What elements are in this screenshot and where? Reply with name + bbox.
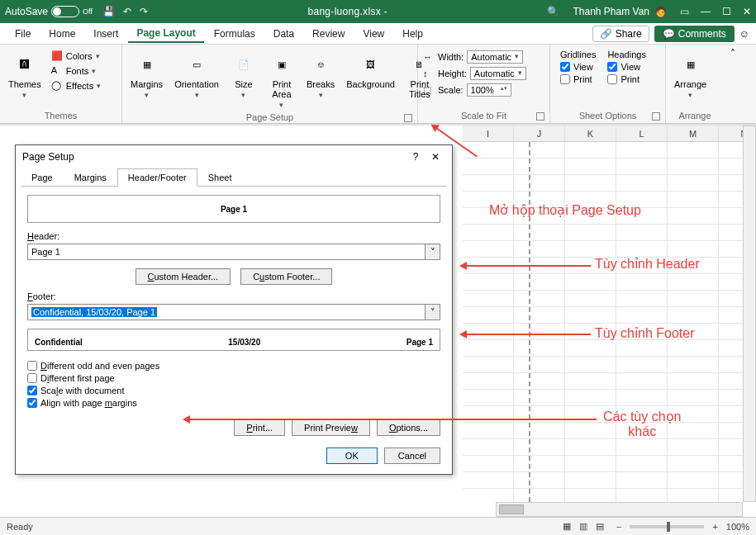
dialog-help-icon[interactable]: ? [406,151,426,163]
themes-icon: 🅰 [12,51,38,78]
tab-home[interactable]: Home [40,26,83,42]
cell-grid[interactable] [463,142,743,502]
fonts-icon: A [51,65,63,77]
zoom-out-icon[interactable]: − [616,522,621,532]
pagesetup-label: Page Setup [246,112,294,122]
group-themes-label: Themes [5,109,116,123]
print-preview-button[interactable]: Print Preview [292,419,370,436]
dtab-header-footer[interactable]: Header/Footer [117,168,197,187]
avatar: 🧑 [654,6,667,17]
pagesetup-launcher[interactable] [404,114,412,122]
background-button[interactable]: 🖼Background [343,50,398,91]
tab-view[interactable]: View [354,26,392,42]
effects-button[interactable]: ◯Effects ▾ [50,79,102,92]
smiley-icon[interactable]: ☺ [739,28,749,40]
col-i[interactable]: I [463,125,514,141]
autosave-toggle[interactable]: AutoSave Off [5,6,93,17]
user-account[interactable]: Thanh Pham Van 🧑 [573,6,667,17]
tab-data[interactable]: Data [265,26,302,42]
tab-review[interactable]: Review [304,26,353,42]
headings-print-check[interactable]: Print [607,74,645,84]
page-break-view-icon[interactable]: ▤ [592,520,608,533]
opt-first-page[interactable]: Different first page [27,373,440,383]
colors-button[interactable]: 🟥Colors ▾ [50,50,102,63]
zoom-slider[interactable] [630,525,704,528]
opt-odd-even[interactable]: Different odd and even pages [27,361,440,371]
height-field[interactable]: Automatic▾ [470,67,526,80]
normal-view-icon[interactable]: ▦ [559,520,575,533]
scale-launcher[interactable] [536,112,544,121]
username: Thanh Pham Van [573,6,649,17]
ribbon-options-icon[interactable]: ▭ [680,6,689,17]
tab-file[interactable]: File [7,26,39,42]
group-pagesetup-label: Page Setup [127,111,412,125]
margins-button[interactable]: ▦Margins▾ [127,50,166,101]
headings-view-check[interactable]: View [607,62,645,72]
arrange-button[interactable]: ▦Arrange▾ [671,50,710,101]
dtab-sheet[interactable]: Sheet [197,168,243,187]
undo-icon[interactable]: ↶ [123,6,131,17]
effects-label: Effects [66,81,93,91]
breaks-button[interactable]: ⎊Breaks▾ [303,50,338,101]
width-field[interactable]: Automatic▾ [467,50,523,64]
scale-value: 100% [471,85,494,95]
print-area-icon: ▣ [269,51,295,78]
size-label: Size [235,79,252,89]
colors-label: Colors [66,51,93,61]
status-bar: Ready ▦▥▤ − + 100% [0,517,756,535]
gridlines-view-check[interactable]: View [560,62,596,72]
header-combo[interactable]: Page 1 ˅ [27,244,440,260]
print-button[interactable]: Print... [234,419,285,436]
page-layout-view-icon[interactable]: ▥ [575,520,592,533]
view-buttons[interactable]: ▦▥▤ [559,520,608,533]
share-button[interactable]: 🔗 Share [592,26,649,42]
tab-insert[interactable]: Insert [85,26,126,42]
size-button[interactable]: 📄Size▾ [227,50,260,101]
sheetopts-launcher[interactable] [652,112,660,121]
tab-formulas[interactable]: Formulas [206,26,264,42]
fonts-button[interactable]: AFonts ▾ [50,64,102,78]
custom-footer-button[interactable]: Custom Footer... [240,268,332,285]
tab-help[interactable]: Help [394,26,431,42]
arrange-label: Arrange [674,79,706,89]
zoom-value[interactable]: 100% [726,522,749,532]
col-m[interactable]: M [668,125,719,141]
horizontal-scrollbar[interactable] [496,502,743,517]
redo-icon[interactable]: ↷ [140,6,148,17]
dialog-close-icon[interactable]: ✕ [426,151,445,163]
close-icon[interactable]: ✕ [743,6,751,17]
minimize-icon[interactable]: — [701,6,711,17]
col-k[interactable]: K [565,125,616,141]
group-arrange-label: Arrange [671,109,719,123]
maximize-icon[interactable]: ☐ [722,6,731,17]
col-j[interactable]: J [514,125,565,141]
comments-button[interactable]: 💬 Comments [654,26,735,42]
col-l[interactable]: L [616,125,668,141]
annotation-2: Tùy chỉnh Header [595,256,700,272]
orientation-button[interactable]: ▭Orientation▾ [171,50,222,101]
search-icon[interactable]: 🔍 [547,6,559,17]
gridlines-print-check[interactable]: Print [560,74,596,84]
window-title: bang-luong.xlsx - [148,6,548,17]
zoom-in-icon[interactable]: + [712,522,717,532]
collapse-ribbon-icon[interactable]: ˄ [730,48,735,59]
print-area-button[interactable]: ▣Print Area▾ [265,50,298,111]
gridlines-view-label: View [573,62,593,72]
scrollbar-thumb[interactable] [499,504,524,514]
opt-align-margins[interactable]: Align with page margins [27,398,440,408]
scale-field[interactable]: 100%▴▾ [467,83,511,97]
tab-page-layout[interactable]: Page Layout [128,25,203,43]
options-button[interactable]: Options... [377,419,440,436]
cancel-button[interactable]: Cancel [384,447,440,464]
dtab-page[interactable]: Page [21,168,64,187]
opt-odd-even-label: Different odd and even pages [40,361,159,371]
ok-button[interactable]: OK [326,447,378,464]
height-icon: ↕ [423,69,435,78]
footer-combo[interactable]: Confidential, 15/03/20, Page 1 ˅ [27,304,440,320]
vertical-scrollbar[interactable] [743,125,756,502]
themes-button[interactable]: 🅰 Themes ▾ [5,50,45,101]
dtab-margins[interactable]: Margins [64,168,117,187]
custom-header-button[interactable]: Custom Header... [136,268,231,285]
opt-scale-doc[interactable]: Scale with document [27,386,440,395]
save-icon[interactable]: 💾 [102,6,115,17]
